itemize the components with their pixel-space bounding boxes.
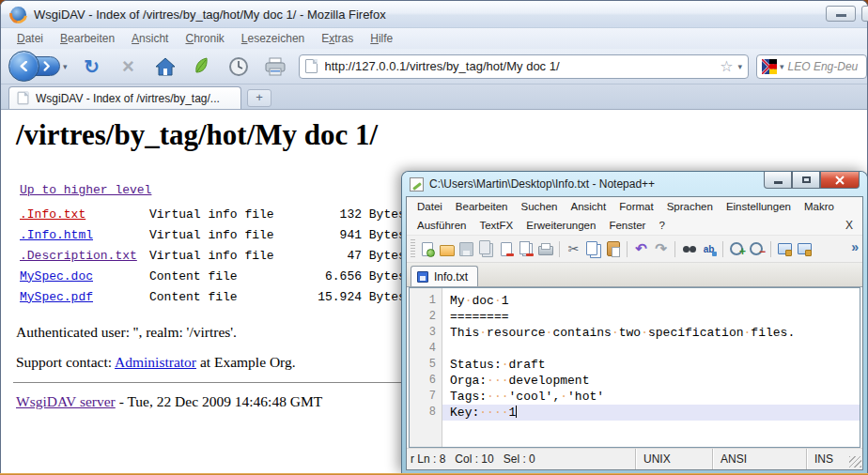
npp-menu-ausfhren[interactable]: Ausführen [411,218,473,233]
zoom-in-icon[interactable] [728,240,746,258]
toolbar-overflow-icon[interactable]: » [851,239,859,254]
npp-menu-suchen[interactable]: Suchen [514,199,564,214]
notepadpp-window-title: C:\Users\Martin\Desktop\Info.txt - Notep… [429,177,655,191]
editor-line[interactable]: My·doc·1 [442,293,860,309]
editor-line[interactable]: This·resource·contains·two·specification… [442,325,860,341]
administrator-link[interactable]: Administrator [115,354,196,370]
npp-menu-datei[interactable]: Datei [411,199,449,214]
npp-menu-erweiterungen[interactable]: Erweiterungen [519,218,602,233]
new-file-icon[interactable] [418,240,436,258]
search-box[interactable]: ▾ LEO Eng-Deu [756,54,867,79]
editor-line[interactable]: Status:·draft [442,357,860,373]
clock-addon-button[interactable] [226,54,251,79]
status-eol-format[interactable]: UNIX [635,449,712,469]
find-icon[interactable] [680,240,698,258]
npp-menu-textfx[interactable]: TextFX [473,218,519,233]
toolbar-separator [627,241,628,257]
menu-datei[interactable]: Datei [8,30,52,47]
editor-text-area[interactable]: My·doc·1========This·resource·contains·t… [442,288,860,447]
file-size-unit: Bytes [362,228,406,242]
file-link[interactable]: MySpec.doc [20,269,149,283]
editor-line[interactable]: Orga:···development [442,373,860,389]
wsgidav-server-link[interactable]: WsgiDAV server [16,393,116,409]
menu-extras[interactable]: Extras [313,30,362,47]
toolbar-separator [770,241,771,257]
paste-icon[interactable] [604,240,622,258]
file-link[interactable]: .Info.html [20,228,149,242]
editor-line[interactable] [442,341,860,357]
sync-horizontal-icon[interactable] [796,240,814,258]
menu-bearbeiten[interactable]: Bearbeiten [52,30,123,47]
file-link[interactable]: MySpec.pdf [20,290,149,304]
table-row: MySpec.docContent file6.656 Bytes Tu [20,266,435,286]
toolbar-separator [674,241,675,257]
npp-menu-sprachen[interactable]: Sprachen [660,199,720,214]
npp-menu-ansicht[interactable]: Ansicht [565,199,613,214]
close-file-icon[interactable] [497,240,515,258]
tab-info-txt[interactable]: Info.txt [411,266,478,286]
npp-menu-makro[interactable]: Makro [798,199,841,214]
undo-icon[interactable] [632,240,650,258]
editor[interactable]: 12345678 My·doc·1========This·resource·c… [409,287,860,448]
cut-icon[interactable] [565,240,582,258]
editor-line[interactable]: ======== [442,309,860,325]
url-bar[interactable]: http://127.0.0.1/virtres/by_tag/hot/My d… [299,54,749,79]
open-file-icon[interactable] [438,240,456,258]
url-dropdown-icon[interactable]: ▾ [737,62,742,71]
search-engine-dropdown-icon[interactable]: ▾ [780,62,784,71]
up-to-higher-level-link[interactable]: Up to higher level [20,183,151,197]
status-insert-mode[interactable]: INS [806,449,849,469]
sync-vertical-icon[interactable] [776,240,794,258]
replace-icon[interactable] [700,240,718,258]
resize-grip[interactable] [849,456,861,467]
menu-lesezeichen[interactable]: Lesezeichen [233,30,313,47]
maximize-button[interactable] [861,6,868,22]
editor-line[interactable]: Key:····1 [442,405,860,421]
line-number-gutter: 12345678 [410,288,442,447]
npp-menu-fenster[interactable]: Fenster [602,218,652,233]
save-icon[interactable] [457,240,475,258]
history-dropdown-icon[interactable]: ▾ [63,62,68,71]
status-encoding[interactable]: ANSI [712,449,806,469]
leaf-addon-button[interactable] [190,54,214,79]
reload-button[interactable]: ↻ [80,54,104,79]
file-link[interactable]: .Info.txt [20,207,149,222]
back-button[interactable] [8,51,39,82]
editor-line[interactable]: Tags:···'cool',·'hot' [442,389,860,405]
url-text[interactable]: http://127.0.0.1/virtres/by_tag/hot/My d… [325,59,719,73]
line-number: 4 [410,341,436,357]
tab-label: WsgiDAV - Index of /virtres/by_tag/... [36,92,220,105]
npp-minimize-button[interactable] [764,172,792,189]
file-size: 47 [307,249,362,263]
npp-menu-[interactable]: ? [652,218,671,233]
close-all-icon[interactable] [517,240,535,258]
redo-icon[interactable] [652,240,670,258]
home-button[interactable] [153,54,178,79]
minimize-button[interactable] [826,6,856,22]
npp-menu-bearbeiten[interactable]: Bearbeiten [449,199,515,214]
menu-ansicht[interactable]: Ansicht [123,30,177,47]
menu-hilfe[interactable]: Hilfe [362,30,401,47]
zoom-out-icon[interactable] [748,240,766,258]
print-icon[interactable] [536,240,554,258]
npp-menubar-row1: DateiBearbeitenSuchenAnsichtFormatSprach… [407,197,862,216]
new-tab-button[interactable]: + [247,89,271,107]
home-icon [155,57,176,76]
tab-wsgidav[interactable]: WsgiDAV - Index of /virtres/by_tag/... [8,86,241,109]
npp-menu-einstellungen[interactable]: Einstellungen [720,199,798,214]
search-input[interactable]: LEO Eng-Deu [788,60,859,73]
save-all-icon[interactable] [477,240,495,258]
bookmark-star-icon[interactable]: ☆ [720,57,733,75]
print-button[interactable] [263,54,287,79]
menu-chronik[interactable]: Chronik [177,30,232,47]
notepadpp-titlebar[interactable]: C:\Users\Martin\Desktop\Info.txt - Notep… [406,172,863,196]
npp-maximize-button[interactable] [792,172,820,189]
footer-line: WsgiDAV server - Tue, 22 Dec 2009 14:46:… [16,393,322,410]
npp-menu-format[interactable]: Format [612,199,659,214]
stop-button[interactable]: × [116,54,141,79]
npp-doc-close-button[interactable]: X [845,219,862,232]
file-link[interactable]: .Description.txt [20,249,149,263]
firefox-titlebar[interactable]: WsgiDAV - Index of /virtres/by_tag/hot/M… [1,1,867,28]
npp-close-button[interactable] [820,172,860,189]
copy-icon[interactable] [584,240,602,258]
